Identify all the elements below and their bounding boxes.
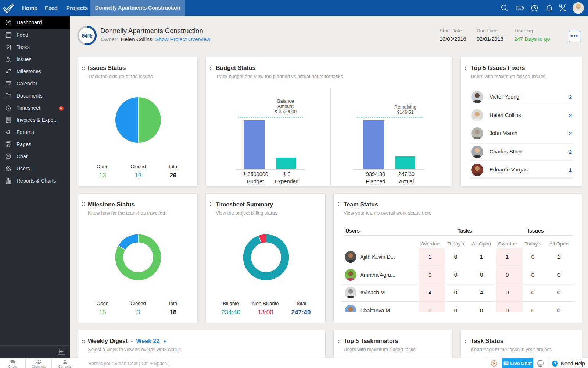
svg-text:Remaining: Remaining — [394, 105, 416, 110]
svg-text:₹ 3500000: ₹ 3500000 — [275, 109, 297, 114]
svg-text:Actual: Actual — [399, 178, 414, 184]
svg-text:₹ 3500000: ₹ 3500000 — [243, 171, 268, 177]
svg-text:$: $ — [7, 118, 8, 120]
svg-text:Budget: Budget — [247, 178, 264, 184]
svg-text:Balance: Balance — [277, 99, 294, 104]
svg-text:Planned: Planned — [366, 178, 385, 184]
svg-text:247:39: 247:39 — [398, 171, 415, 177]
svg-text:₹ 0: ₹ 0 — [283, 171, 290, 177]
svg-text:9146:51: 9146:51 — [397, 110, 413, 115]
svg-text:Expended: Expended — [275, 178, 298, 184]
svg-text:54%: 54% — [82, 33, 92, 39]
svg-text:?: ? — [554, 361, 556, 366]
svg-text:9394:30: 9394:30 — [366, 171, 385, 177]
svg-text:Amount: Amount — [277, 104, 294, 109]
